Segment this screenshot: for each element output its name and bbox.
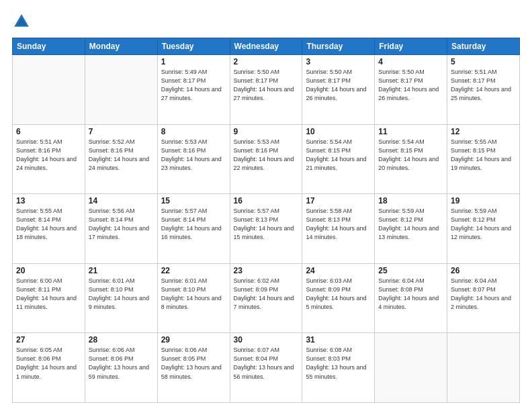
cell-5-4: 30Sunrise: 6:07 AM Sunset: 8:04 PM Dayli…: [230, 333, 302, 403]
cell-5-7: [447, 333, 520, 403]
day-number: 26: [451, 266, 516, 275]
cell-5-3: 29Sunrise: 6:06 AM Sunset: 8:05 PM Dayli…: [157, 333, 230, 403]
header: [12, 12, 520, 31]
cell-info: Sunrise: 6:08 AM Sunset: 8:03 PM Dayligh…: [306, 346, 371, 381]
cell-1-4: 2Sunrise: 5:50 AM Sunset: 8:17 PM Daylig…: [230, 55, 302, 125]
day-number: 19: [451, 196, 516, 205]
cell-info: Sunrise: 6:01 AM Sunset: 8:10 PM Dayligh…: [161, 277, 226, 312]
col-header-sunday: Sunday: [13, 38, 85, 55]
cell-3-6: 18Sunrise: 5:59 AM Sunset: 8:12 PM Dayli…: [375, 194, 447, 264]
cell-info: Sunrise: 6:01 AM Sunset: 8:10 PM Dayligh…: [89, 277, 154, 312]
col-header-thursday: Thursday: [302, 38, 375, 55]
cell-info: Sunrise: 5:53 AM Sunset: 8:16 PM Dayligh…: [234, 138, 299, 173]
cell-5-2: 28Sunrise: 6:06 AM Sunset: 8:06 PM Dayli…: [85, 333, 157, 403]
day-number: 16: [234, 196, 299, 205]
cell-4-3: 22Sunrise: 6:01 AM Sunset: 8:10 PM Dayli…: [157, 263, 230, 333]
day-number: 1: [161, 57, 226, 66]
cell-info: Sunrise: 5:49 AM Sunset: 8:17 PM Dayligh…: [161, 68, 226, 103]
day-number: 5: [451, 57, 516, 66]
day-number: 11: [378, 127, 443, 136]
day-number: 2: [234, 57, 299, 66]
day-number: 28: [89, 335, 154, 345]
day-number: 10: [306, 127, 371, 136]
week-row-3: 13Sunrise: 5:55 AM Sunset: 8:14 PM Dayli…: [13, 194, 520, 264]
cell-4-5: 24Sunrise: 6:03 AM Sunset: 8:09 PM Dayli…: [302, 263, 375, 333]
cell-info: Sunrise: 6:04 AM Sunset: 8:08 PM Dayligh…: [378, 277, 443, 312]
cell-info: Sunrise: 5:51 AM Sunset: 8:17 PM Dayligh…: [451, 68, 516, 103]
cell-4-7: 26Sunrise: 6:04 AM Sunset: 8:07 PM Dayli…: [447, 263, 520, 333]
cell-4-2: 21Sunrise: 6:01 AM Sunset: 8:10 PM Dayli…: [85, 263, 157, 333]
cell-5-5: 31Sunrise: 6:08 AM Sunset: 8:03 PM Dayli…: [302, 333, 375, 403]
cell-info: Sunrise: 5:50 AM Sunset: 8:17 PM Dayligh…: [378, 68, 443, 103]
cell-info: Sunrise: 6:04 AM Sunset: 8:07 PM Dayligh…: [451, 277, 516, 312]
cell-info: Sunrise: 6:06 AM Sunset: 8:06 PM Dayligh…: [89, 346, 154, 381]
cell-2-3: 8Sunrise: 5:53 AM Sunset: 8:16 PM Daylig…: [157, 124, 230, 194]
cell-5-1: 27Sunrise: 6:05 AM Sunset: 8:06 PM Dayli…: [13, 333, 85, 403]
day-number: 8: [161, 127, 226, 136]
cell-3-2: 14Sunrise: 5:56 AM Sunset: 8:14 PM Dayli…: [85, 194, 157, 264]
cell-info: Sunrise: 6:00 AM Sunset: 8:11 PM Dayligh…: [16, 277, 81, 312]
day-number: 13: [16, 196, 81, 205]
week-row-1: 1Sunrise: 5:49 AM Sunset: 8:17 PM Daylig…: [13, 55, 520, 125]
day-number: 9: [234, 127, 299, 136]
col-header-saturday: Saturday: [447, 38, 520, 55]
cell-2-2: 7Sunrise: 5:52 AM Sunset: 8:16 PM Daylig…: [85, 124, 157, 194]
cell-4-1: 20Sunrise: 6:00 AM Sunset: 8:11 PM Dayli…: [13, 263, 85, 333]
cell-info: Sunrise: 5:55 AM Sunset: 8:15 PM Dayligh…: [451, 138, 516, 173]
page: SundayMondayTuesdayWednesdayThursdayFrid…: [0, 0, 532, 411]
day-number: 23: [234, 266, 299, 275]
cell-3-7: 19Sunrise: 5:59 AM Sunset: 8:12 PM Dayli…: [447, 194, 520, 264]
cell-info: Sunrise: 5:59 AM Sunset: 8:12 PM Dayligh…: [451, 207, 516, 242]
day-number: 30: [234, 335, 299, 345]
col-header-monday: Monday: [85, 38, 157, 55]
cell-1-5: 3Sunrise: 5:50 AM Sunset: 8:17 PM Daylig…: [302, 55, 375, 125]
day-number: 6: [16, 127, 81, 136]
cell-2-5: 10Sunrise: 5:54 AM Sunset: 8:15 PM Dayli…: [302, 124, 375, 194]
day-number: 17: [306, 196, 371, 205]
logo-icon: [12, 12, 31, 31]
cell-4-6: 25Sunrise: 6:04 AM Sunset: 8:08 PM Dayli…: [375, 263, 447, 333]
col-header-wednesday: Wednesday: [230, 38, 302, 55]
cell-4-4: 23Sunrise: 6:02 AM Sunset: 8:09 PM Dayli…: [230, 263, 302, 333]
day-number: 29: [161, 335, 226, 345]
cell-info: Sunrise: 5:57 AM Sunset: 8:13 PM Dayligh…: [234, 207, 299, 242]
cell-2-4: 9Sunrise: 5:53 AM Sunset: 8:16 PM Daylig…: [230, 124, 302, 194]
cell-info: Sunrise: 5:56 AM Sunset: 8:14 PM Dayligh…: [89, 207, 154, 242]
cell-2-7: 12Sunrise: 5:55 AM Sunset: 8:15 PM Dayli…: [447, 124, 520, 194]
week-row-2: 6Sunrise: 5:51 AM Sunset: 8:16 PM Daylig…: [13, 124, 520, 194]
day-number: 7: [89, 127, 154, 136]
cell-2-1: 6Sunrise: 5:51 AM Sunset: 8:16 PM Daylig…: [13, 124, 85, 194]
col-header-friday: Friday: [375, 38, 447, 55]
cell-info: Sunrise: 5:50 AM Sunset: 8:17 PM Dayligh…: [306, 68, 371, 103]
calendar-table: SundayMondayTuesdayWednesdayThursdayFrid…: [12, 38, 520, 403]
cell-info: Sunrise: 5:58 AM Sunset: 8:13 PM Dayligh…: [306, 207, 371, 242]
cell-info: Sunrise: 5:55 AM Sunset: 8:14 PM Dayligh…: [16, 207, 81, 242]
day-number: 21: [89, 266, 154, 275]
day-number: 14: [89, 196, 154, 205]
cell-info: Sunrise: 5:54 AM Sunset: 8:15 PM Dayligh…: [306, 138, 371, 173]
cell-5-6: [375, 333, 447, 403]
cell-info: Sunrise: 5:50 AM Sunset: 8:17 PM Dayligh…: [234, 68, 299, 103]
cell-1-6: 4Sunrise: 5:50 AM Sunset: 8:17 PM Daylig…: [375, 55, 447, 125]
day-number: 24: [306, 266, 371, 275]
day-number: 3: [306, 57, 371, 66]
day-number: 15: [161, 196, 226, 205]
cell-1-2: [85, 55, 157, 125]
cell-1-7: 5Sunrise: 5:51 AM Sunset: 8:17 PM Daylig…: [447, 55, 520, 125]
cell-2-6: 11Sunrise: 5:54 AM Sunset: 8:15 PM Dayli…: [375, 124, 447, 194]
cell-1-1: [13, 55, 85, 125]
cell-info: Sunrise: 5:54 AM Sunset: 8:15 PM Dayligh…: [378, 138, 443, 173]
col-header-tuesday: Tuesday: [157, 38, 230, 55]
week-row-5: 27Sunrise: 6:05 AM Sunset: 8:06 PM Dayli…: [13, 333, 520, 403]
cell-info: Sunrise: 5:52 AM Sunset: 8:16 PM Dayligh…: [89, 138, 154, 173]
cell-info: Sunrise: 6:06 AM Sunset: 8:05 PM Dayligh…: [161, 346, 226, 381]
cell-info: Sunrise: 6:03 AM Sunset: 8:09 PM Dayligh…: [306, 277, 371, 312]
day-number: 25: [378, 266, 443, 275]
day-number: 12: [451, 127, 516, 136]
day-number: 4: [378, 57, 443, 66]
cell-3-5: 17Sunrise: 5:58 AM Sunset: 8:13 PM Dayli…: [302, 194, 375, 264]
cell-info: Sunrise: 5:53 AM Sunset: 8:16 PM Dayligh…: [161, 138, 226, 173]
cell-info: Sunrise: 5:51 AM Sunset: 8:16 PM Dayligh…: [16, 138, 81, 173]
day-number: 18: [378, 196, 443, 205]
cell-info: Sunrise: 6:05 AM Sunset: 8:06 PM Dayligh…: [16, 346, 81, 381]
